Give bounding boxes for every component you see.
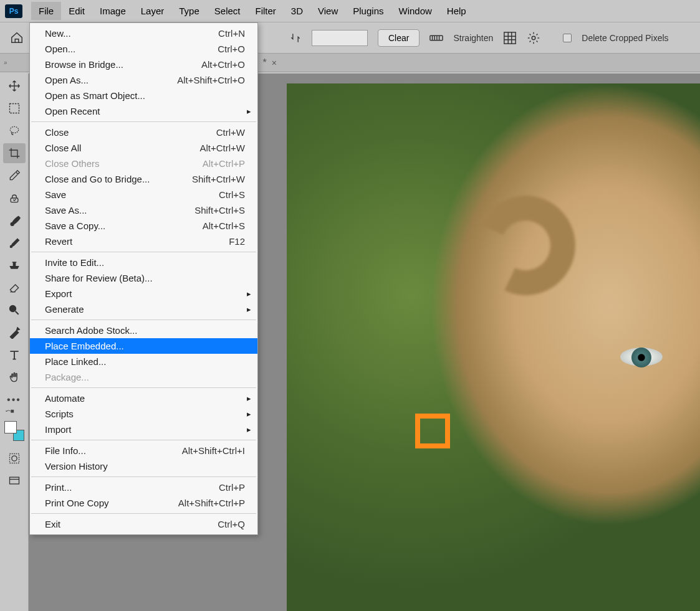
menu-layer[interactable]: Layer — [133, 2, 172, 20]
menu-item-close-all[interactable]: Close AllAlt+Ctrl+W — [30, 140, 257, 156]
menu-item-label: File Info... — [45, 445, 86, 456]
menu-item-open[interactable]: Open...Ctrl+O — [30, 41, 257, 57]
menu-item-label: Save a Copy... — [45, 220, 105, 231]
menu-separator — [31, 387, 256, 388]
rotation-field[interactable] — [312, 30, 368, 46]
hand-tool[interactable] — [3, 367, 26, 387]
menu-item-label: Save As... — [45, 205, 87, 216]
menu-item-label: Share for Review (Beta)... — [45, 273, 153, 283]
menu-item-open-as-smart-object[interactable]: Open as Smart Object... — [30, 88, 257, 103]
menu-item-label: Print... — [45, 482, 72, 493]
spot-healing-tool[interactable] — [3, 188, 26, 208]
menu-item-label: Place Linked... — [45, 356, 106, 367]
straighten-icon[interactable] — [429, 32, 443, 44]
menu-item-generate[interactable]: Generate — [30, 301, 257, 317]
menu-item-label: Revert — [45, 236, 72, 247]
menu-item-place-embedded[interactable]: Place Embedded... — [30, 338, 257, 354]
dodge-tool[interactable] — [3, 300, 26, 320]
menu-type[interactable]: Type — [171, 2, 207, 20]
lasso-tool[interactable] — [3, 121, 26, 141]
brush-tool[interactable] — [3, 211, 26, 230]
menu-select[interactable]: Select — [207, 2, 248, 20]
menu-item-scripts[interactable]: Scripts — [30, 406, 257, 422]
menu-item-exit[interactable]: ExitCtrl+Q — [30, 516, 257, 532]
image-content — [631, 348, 651, 367]
mixer-brush-tool[interactable] — [3, 233, 26, 253]
delete-cropped-label: Delete Cropped Pixels — [582, 33, 668, 43]
menu-item-shortcut: Ctrl+O — [218, 44, 245, 54]
menu-plugins[interactable]: Plugins — [345, 2, 391, 20]
menu-item-label: Search Adobe Stock... — [45, 325, 137, 336]
type-tool[interactable] — [3, 345, 26, 365]
menu-item-version-history[interactable]: Version History — [30, 458, 257, 474]
menu-item-browse-in-bridge[interactable]: Browse in Bridge...Alt+Ctrl+O — [30, 57, 257, 72]
svg-point-4 — [10, 126, 18, 133]
menu-item-open-as[interactable]: Open As...Alt+Shift+Ctrl+O — [30, 72, 257, 88]
menu-file[interactable]: File — [31, 2, 61, 20]
menu-item-search-adobe-stock[interactable]: Search Adobe Stock... — [30, 323, 257, 338]
chevron-right-icon[interactable]: » — [4, 59, 7, 66]
menu-item-close-and-go-to-bridge[interactable]: Close and Go to Bridge...Shift+Ctrl+W — [30, 171, 257, 187]
swap-orientation-icon[interactable] — [289, 32, 302, 44]
menu-item-automate[interactable]: Automate — [30, 391, 257, 406]
eyedropper-tool[interactable] — [3, 166, 26, 186]
eraser-tool[interactable] — [3, 278, 26, 298]
menu-item-place-linked[interactable]: Place Linked... — [30, 354, 257, 369]
menu-image[interactable]: Image — [92, 2, 133, 20]
menu-item-label: Scripts — [45, 409, 74, 419]
tab-modified-indicator: * — [263, 57, 267, 69]
menu-item-save-as[interactable]: Save As...Shift+Ctrl+S — [30, 202, 257, 218]
menu-item-label: Place Embedded... — [45, 341, 124, 351]
delete-cropped-checkbox[interactable] — [563, 34, 572, 42]
grid-overlay-icon[interactable] — [503, 31, 517, 45]
menu-item-revert[interactable]: RevertF12 — [30, 234, 257, 249]
menu-item-shortcut: Ctrl+S — [219, 189, 245, 200]
menu-item-export[interactable]: Export — [30, 286, 257, 301]
close-tab-icon[interactable]: × — [272, 58, 277, 68]
move-tool[interactable] — [3, 76, 26, 96]
document-image — [287, 83, 700, 611]
color-swatches[interactable] — [4, 421, 24, 441]
straighten-label: Straighten — [453, 33, 493, 43]
menu-item-print-one-copy[interactable]: Print One CopyAlt+Shift+Ctrl+P — [30, 495, 257, 511]
menu-item-shortcut: Ctrl+N — [218, 28, 245, 39]
menu-item-save-a-copy[interactable]: Save a Copy...Alt+Ctrl+S — [30, 218, 257, 234]
menu-view[interactable]: View — [310, 2, 345, 20]
swap-swatches-icon[interactable]: ⤺■ — [6, 407, 14, 414]
menu-item-share-for-review-beta[interactable]: Share for Review (Beta)... — [30, 270, 257, 286]
marquee-tool[interactable] — [3, 98, 26, 118]
clone-stamp-tool[interactable] — [3, 255, 26, 275]
menu-item-close-others: Close OthersAlt+Ctrl+P — [30, 156, 257, 171]
menu-3d[interactable]: 3D — [284, 2, 310, 20]
image-content — [461, 181, 589, 309]
menu-filter[interactable]: Filter — [248, 2, 284, 20]
quick-mask-tool[interactable] — [3, 448, 26, 468]
menu-item-print[interactable]: Print...Ctrl+P — [30, 480, 257, 495]
menu-item-file-info[interactable]: File Info...Alt+Shift+Ctrl+I — [30, 443, 257, 458]
gear-icon[interactable] — [527, 31, 540, 45]
screen-mode-tool[interactable] — [3, 471, 26, 491]
menu-separator — [31, 476, 256, 477]
menu-edit[interactable]: Edit — [61, 2, 92, 20]
foreground-color-swatch[interactable] — [4, 421, 17, 433]
svg-point-6 — [10, 245, 12, 247]
menu-help[interactable]: Help — [439, 2, 474, 20]
file-menu-dropdown: New...Ctrl+NOpen...Ctrl+OBrowse in Bridg… — [29, 22, 258, 535]
pen-tool[interactable] — [3, 323, 26, 343]
menu-item-shortcut: Alt+Shift+Ctrl+P — [178, 498, 245, 508]
menu-item-shortcut: Shift+Ctrl+S — [194, 205, 245, 216]
svg-point-7 — [9, 306, 16, 312]
menu-item-new[interactable]: New...Ctrl+N — [30, 26, 257, 41]
crop-tool[interactable] — [3, 143, 26, 163]
menu-item-import[interactable]: Import — [30, 422, 257, 437]
menu-window[interactable]: Window — [391, 2, 439, 20]
menu-item-label: Close — [45, 127, 69, 138]
clear-button[interactable]: Clear — [378, 29, 420, 47]
menu-item-open-recent[interactable]: Open Recent — [30, 103, 257, 119]
menu-item-label: Automate — [45, 393, 85, 404]
home-icon[interactable] — [10, 31, 24, 45]
menu-item-shortcut: Alt+Shift+Ctrl+I — [182, 445, 245, 456]
menu-item-save[interactable]: SaveCtrl+S — [30, 187, 257, 202]
menu-item-invite-to-edit[interactable]: Invite to Edit... — [30, 255, 257, 270]
menu-item-close[interactable]: CloseCtrl+W — [30, 125, 257, 140]
